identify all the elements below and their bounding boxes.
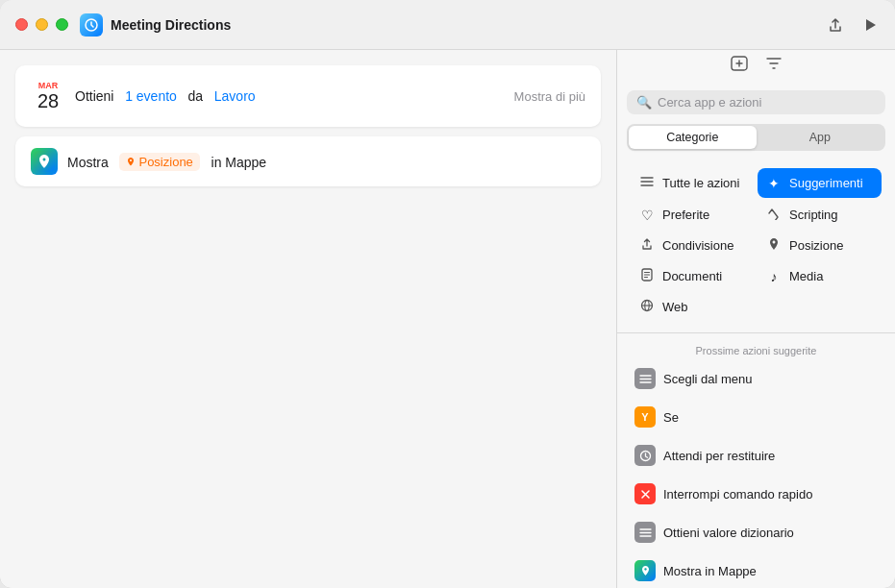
show-more-button[interactable]: Mostra di più <box>514 89 585 104</box>
categories-toggle[interactable]: Categorie <box>629 126 757 149</box>
from-label: da <box>188 88 204 104</box>
documents-label: Documenti <box>662 269 722 283</box>
suggested-section-label: Prossime azioni suggerite <box>617 337 895 360</box>
ottieni-valore-icon <box>634 522 656 543</box>
scripting-label: Scripting <box>789 208 838 222</box>
add-to-shortcut-icon[interactable] <box>730 54 749 77</box>
all-actions-icon <box>638 174 656 192</box>
maps-icon <box>31 148 58 175</box>
maximize-button[interactable] <box>56 18 68 31</box>
suggestions-label: Suggerimenti <box>789 176 863 190</box>
minimize-button[interactable] <box>36 18 48 31</box>
category-favorites[interactable]: ♡ Preferite <box>631 201 755 229</box>
media-icon: ♪ <box>765 269 783 284</box>
section-divider <box>617 332 895 333</box>
sharing-icon <box>638 237 656 254</box>
action-scegli-dal-menu[interactable]: Scegli dal menu <box>625 360 887 397</box>
show-label: Mostra <box>67 154 109 169</box>
calendar-day: Mar 28 <box>31 79 65 113</box>
category-grid: Tutte le azioni ✦ Suggerimenti ♡ Preferi… <box>617 168 895 329</box>
right-panel: 🔍 Categorie App Tu <box>616 50 895 588</box>
se-icon: Y <box>634 406 656 428</box>
category-location[interactable]: Posizione <box>758 232 882 259</box>
mostra-mappe-label: Mostra in Mappe <box>663 564 757 578</box>
window-title: Meeting Directions <box>111 17 231 33</box>
calendar-name[interactable]: Lavoro <box>214 88 256 104</box>
location-icon <box>765 237 783 254</box>
close-button[interactable] <box>15 18 28 31</box>
position-label: Posizione <box>138 155 192 169</box>
event-count[interactable]: 1 evento <box>125 88 177 104</box>
calendar-action-text: Ottieni 1 evento da Lavoro <box>75 88 256 104</box>
interrompi-icon <box>634 483 656 504</box>
category-all-actions[interactable]: Tutte le azioni <box>631 168 755 198</box>
right-top-icons <box>617 50 895 81</box>
titlebar-actions <box>826 15 880 35</box>
favorites-icon: ♡ <box>638 208 656 223</box>
action-interrompi[interactable]: Interrompi comando rapido <box>625 476 887 512</box>
documents-icon <box>638 268 656 284</box>
share-button[interactable] <box>826 15 845 35</box>
attendi-icon <box>634 445 656 466</box>
app-icon <box>80 13 103 37</box>
actions-list: Scegli dal menu Y Se Attendi per restitu… <box>617 360 895 588</box>
category-web[interactable]: Web <box>631 293 755 321</box>
search-input[interactable] <box>658 95 876 110</box>
interrompi-label: Interrompi comando rapido <box>663 487 812 502</box>
attendi-label: Attendi per restituire <box>663 449 775 463</box>
action-ottieni-valore[interactable]: Ottieni valore dizionario <box>625 514 887 551</box>
media-label: Media <box>789 269 823 283</box>
scegli-icon <box>634 368 656 389</box>
toggle-group: Categorie App <box>627 124 885 151</box>
category-suggestions[interactable]: ✦ Suggerimenti <box>758 168 882 198</box>
web-icon <box>638 299 656 315</box>
action-se[interactable]: Y Se <box>625 399 887 435</box>
search-container: 🔍 Categorie App <box>617 90 895 168</box>
get-label: Ottieni <box>75 88 113 104</box>
apps-toggle[interactable]: App <box>757 126 884 149</box>
svg-marker-1 <box>866 19 876 31</box>
calendar-month: Mar <box>38 82 59 90</box>
titlebar: Meeting Directions <box>0 0 895 50</box>
position-pill[interactable]: Posizione <box>119 153 199 171</box>
search-bar[interactable]: 🔍 <box>627 90 885 114</box>
traffic-lights <box>15 18 68 31</box>
in-maps-label: in Mappe <box>211 154 267 169</box>
scegli-label: Scegli dal menu <box>663 372 753 386</box>
web-label: Web <box>662 300 688 314</box>
all-actions-label: Tutte le azioni <box>662 176 739 190</box>
category-media[interactable]: ♪ Media <box>758 262 882 290</box>
favorites-label: Preferite <box>662 208 709 222</box>
suggestions-icon: ✦ <box>765 176 783 191</box>
search-icon: 🔍 <box>636 95 652 110</box>
se-label: Se <box>663 410 679 425</box>
category-sharing[interactable]: Condivisione <box>631 232 755 259</box>
left-panel: Mar 28 Ottieni 1 evento da Lavoro Mostra… <box>0 50 616 588</box>
mostra-mappe-icon <box>634 560 656 581</box>
main-content: Mar 28 Ottieni 1 evento da Lavoro Mostra… <box>0 50 895 588</box>
sharing-label: Condivisione <box>662 238 733 253</box>
run-button[interactable] <box>860 15 880 35</box>
maps-action-block[interactable]: Mostra Posizione in Mappe <box>15 136 601 186</box>
category-documents[interactable]: Documenti <box>631 262 755 290</box>
action-attendi[interactable]: Attendi per restituire <box>625 437 887 474</box>
calendar-day-number: 28 <box>37 90 59 111</box>
scripting-icon <box>765 207 783 223</box>
maps-action-text: Mostra Posizione in Mappe <box>67 153 266 171</box>
ottieni-valore-label: Ottieni valore dizionario <box>663 526 794 540</box>
category-scripting[interactable]: Scripting <box>758 201 882 229</box>
calendar-action-block[interactable]: Mar 28 Ottieni 1 evento da Lavoro Mostra… <box>15 65 601 127</box>
filter-icon[interactable] <box>764 54 783 77</box>
location-label: Posizione <box>789 238 843 253</box>
main-window: Meeting Directions Mar 28 <box>0 0 895 588</box>
action-mostra-mappe[interactable]: Mostra in Mappe <box>625 552 887 588</box>
